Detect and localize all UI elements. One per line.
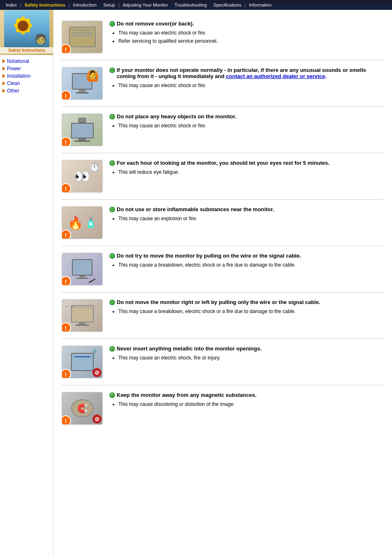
caution-dot-no-cover (109, 21, 115, 27)
main-layout: 🧑 Safety Instructions Notational Power I… (0, 10, 392, 555)
instruction-text-inflammable: Do not use or store inflammable substanc… (109, 206, 384, 223)
caution-dot-magnetic (109, 392, 115, 398)
nav-safety[interactable]: Safety Instructions (21, 2, 69, 7)
sidebar-banner: 🧑 Safety Instructions (0, 10, 53, 55)
sidebar-item-other[interactable]: Other (0, 87, 53, 94)
bullet-no-cover-1: This may cause an electric shock or fire… (118, 29, 384, 37)
sidebar-nav: Notational Power Installation Clean Othe… (0, 55, 53, 97)
arrow-icon-notational (2, 59, 5, 63)
instruction-title-wire: Do not try to move the monitor by pullin… (109, 253, 384, 259)
bullet-magnetic-1: This may cause discoloring or distortion… (118, 401, 384, 408)
bullet-heavy-1: This may cause an electric shock or fire… (118, 122, 384, 129)
warning-badge-magnetic: ! (62, 415, 71, 425)
warning-badge-no-cover: ! (62, 44, 71, 53)
sidebar-item-notational[interactable]: Notational (0, 58, 53, 65)
warning-badge-metallic: ! (62, 369, 71, 378)
instruction-row-heavy-objects: ! Do not place any heavy objects on the … (62, 107, 384, 153)
instruction-bullets-no-cover: This may cause an electric shock or fire… (109, 29, 384, 45)
nav-setup[interactable]: Setup (100, 2, 118, 7)
warning-badge-wire: ! (62, 276, 71, 286)
bullet-metallic-1: This may cause an electric shock, fire o… (118, 354, 384, 362)
instruction-text-unusual-sounds: If your monitor does not operate normall… (109, 67, 384, 90)
instruction-title-metallic: Never insert anything metallic into the … (109, 345, 384, 352)
sidebar-label-notational: Notational (7, 58, 29, 64)
bullet-signal-1: This may cause a breakdown, electric sho… (118, 308, 384, 315)
caution-dot-eye (109, 160, 115, 166)
instruction-text-heavy-objects: Do not place any heavy objects on the mo… (109, 113, 384, 130)
instruction-img-eye-rest: 👀 ⏱️ ! (62, 160, 103, 193)
nav-adjusting[interactable]: Adjusting Your Monitor (120, 2, 171, 7)
instruction-title-signal: Do not move the monitor right or left by… (109, 299, 384, 305)
bullet-inflammable-1: This may cause an explosion or fire. (118, 215, 384, 222)
bullet-sounds-1: This may cause an electric shock or fire… (118, 82, 384, 89)
sidebar-item-power[interactable]: Power (0, 65, 53, 72)
instruction-bullets-magnetic: This may cause discoloring or distortion… (109, 401, 384, 408)
sidebar-item-clean[interactable]: Clean (0, 80, 53, 87)
instruction-row-wire-move: ! Do not try to move the monitor by pull… (62, 246, 384, 292)
instruction-img-inflammable: 🔥 🧴 ! (62, 206, 103, 239)
instruction-img-heavy-objects: ! (62, 113, 103, 146)
arrow-icon-installation (2, 74, 5, 78)
caution-dot-inflammable (109, 207, 115, 212)
nav-specifications[interactable]: Specifications (210, 2, 244, 7)
bullet-eye-1: This will reduce eye fatigue. (118, 168, 384, 176)
instruction-row-unusual-sounds: 🙆 ! If your monitor does not operate nor… (62, 60, 384, 107)
sidebar-label: Safety Instructions (0, 47, 53, 53)
caution-dot-signal (109, 299, 115, 305)
nav-intro[interactable]: Introduction (70, 2, 100, 7)
arrow-icon-clean (2, 81, 5, 85)
bullet-no-cover-2: Refer servicing to qualified service per… (118, 37, 384, 45)
instruction-title-unusual-sounds: If your monitor does not operate normall… (109, 67, 384, 79)
sidebar-label-other: Other (7, 88, 19, 94)
caution-dot-wire (109, 253, 115, 259)
instruction-bullets-inflammable: This may cause an explosion or fire. (109, 215, 384, 222)
instruction-text-magnetic: Keep the monitor away from any magnetic … (109, 392, 384, 409)
instruction-bullets-sounds: This may cause an electric shock or fire… (109, 82, 384, 89)
instruction-row-eye-rest: 👀 ⏱️ ! For each hour of looking at the m… (62, 153, 384, 200)
instruction-title-heavy: Do not place any heavy objects on the mo… (109, 113, 384, 120)
nav-index[interactable]: Index (2, 2, 20, 7)
instruction-img-magnetic: 🧲 ⊘ ! (62, 392, 103, 425)
instruction-title-magnetic: Keep the monitor away from any magnetic … (109, 392, 384, 398)
instruction-text-wire-move: Do not try to move the monitor by pullin… (109, 253, 384, 269)
instruction-title-eye: For each hour of looking at the monitor,… (109, 160, 384, 166)
instruction-title-inflammable: Do not use or store inflammable substanc… (109, 206, 384, 212)
instruction-bullets-eye: This will reduce eye fatigue. (109, 168, 384, 176)
instruction-row-inflammable: 🔥 🧴 ! Do not use or store inflammable su… (62, 200, 384, 246)
arrow-icon-power (2, 67, 5, 71)
bullet-wire-1: This may cause a breakdown, electric sho… (118, 261, 384, 269)
sidebar: 🧑 Safety Instructions Notational Power I… (0, 10, 53, 555)
link-authorized-dealer[interactable]: contact an authorized dealer or service (226, 73, 325, 79)
warning-badge-eye: ! (62, 183, 71, 193)
instruction-text-eye-rest: For each hour of looking at the monitor,… (109, 160, 384, 177)
instruction-img-unusual-sounds: 🙆 ! (62, 67, 103, 100)
instruction-text-metallic: Never insert anything metallic into the … (109, 345, 384, 362)
warning-badge-sounds: ! (62, 90, 71, 100)
instruction-bullets-signal: This may cause a breakdown, electric sho… (109, 308, 384, 315)
arrow-icon-other (2, 89, 5, 93)
nav-information[interactable]: Information (246, 2, 275, 7)
instruction-row-metallic: 🔧 ⊘ ! Never insert anything metallic int… (62, 339, 384, 385)
sidebar-label-power: Power (7, 66, 21, 71)
instruction-title-no-cover: Do not remove cover(or back). (109, 21, 384, 27)
sidebar-label-clean: Clean (7, 81, 20, 86)
instruction-img-no-cover: ! (62, 21, 103, 53)
instruction-row-signal-cable: ←→ ! Do not move the monitor right or le… (62, 292, 384, 339)
caution-dot-sounds (109, 67, 115, 73)
warning-badge-heavy: ! (62, 137, 71, 146)
nav-troubleshooting[interactable]: Troubleshooting (171, 2, 210, 7)
instruction-img-wire-move: ! (62, 253, 103, 286)
sidebar-label-installation: Installation (7, 73, 30, 79)
instruction-bullets-wire: This may cause a breakdown, electric sho… (109, 261, 384, 269)
caution-dot-metallic (109, 346, 115, 352)
nav-bar: Index | Safety Instructions | Introducti… (0, 0, 392, 10)
sidebar-item-installation[interactable]: Installation (0, 72, 53, 80)
instruction-img-metallic: 🔧 ⊘ ! (62, 345, 103, 378)
instruction-row-magnetic: 🧲 ⊘ ! Keep the monitor away from any mag… (62, 385, 384, 431)
warning-badge-inflammable: ! (62, 230, 71, 239)
instruction-row-no-cover: ! Do not remove cover(or back). This may… (62, 14, 384, 60)
instruction-text-signal-cable: Do not move the monitor right or left by… (109, 299, 384, 316)
content-area: ! Do not remove cover(or back). This may… (53, 10, 392, 555)
instruction-text-no-cover: Do not remove cover(or back). This may c… (109, 21, 384, 46)
instruction-bullets-heavy: This may cause an electric shock or fire… (109, 122, 384, 129)
